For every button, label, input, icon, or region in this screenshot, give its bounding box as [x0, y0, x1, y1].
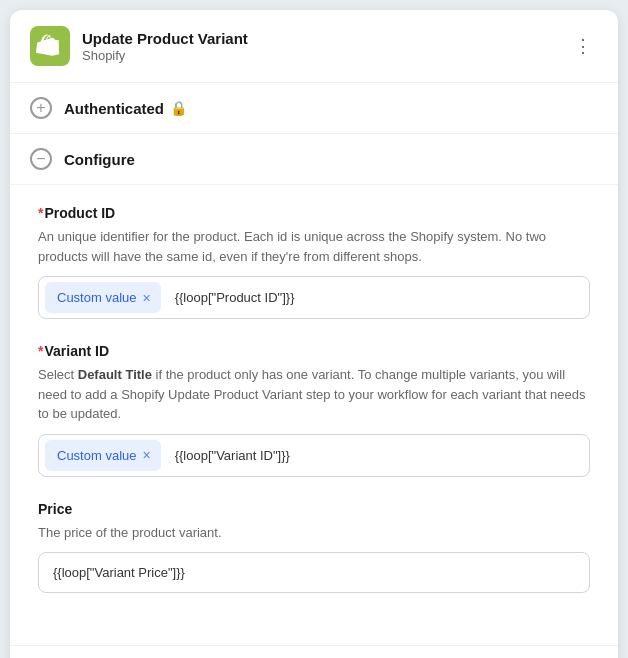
product-id-field-group: *Product ID An unique identifier for the…	[38, 205, 590, 319]
price-description: The price of the product variant.	[38, 523, 590, 543]
authenticated-label: Authenticated	[64, 100, 164, 117]
variant-id-description: Select Default Title if the product only…	[38, 365, 590, 424]
variant-id-input[interactable]: {{loop["Variant ID"]}}	[161, 438, 589, 473]
authenticated-expand-icon	[30, 97, 52, 119]
configure-label: Configure	[64, 151, 135, 168]
shopify-logo-icon: S	[30, 26, 70, 66]
variant-id-tag-label: Custom value	[57, 448, 136, 463]
header-subtitle: Shopify	[82, 48, 570, 63]
product-id-custom-value-tag[interactable]: Custom value ×	[45, 282, 161, 313]
header: S Update Product Variant Shopify ⋮	[10, 10, 618, 83]
header-title: Update Product Variant	[82, 30, 570, 47]
header-text: Update Product Variant Shopify	[82, 30, 570, 63]
product-id-input-row: Custom value × {{loop["Product ID"]}}	[38, 276, 590, 319]
variant-id-label: *Variant ID	[38, 343, 590, 359]
price-input[interactable]: {{loop["Variant Price"]}}	[38, 552, 590, 593]
product-id-label: *Product ID	[38, 205, 590, 221]
more-options-icon[interactable]: ⋮	[570, 31, 598, 61]
variant-id-custom-value-tag[interactable]: Custom value ×	[45, 440, 161, 471]
price-field-group: Price The price of the product variant. …	[38, 501, 590, 594]
main-card: S Update Product Variant Shopify ⋮ Authe…	[10, 10, 618, 658]
product-id-required-star: *	[38, 205, 43, 221]
price-label: Price	[38, 501, 590, 517]
product-id-tag-close[interactable]: ×	[142, 291, 150, 305]
authenticated-section[interactable]: Authenticated 🔒	[10, 83, 618, 134]
variant-id-required-star: *	[38, 343, 43, 359]
variant-id-tag-close[interactable]: ×	[142, 448, 150, 462]
variant-id-input-row: Custom value × {{loop["Variant ID"]}}	[38, 434, 590, 477]
variant-id-field-group: *Variant ID Select Default Title if the …	[38, 343, 590, 477]
configure-content: *Product ID An unique identifier for the…	[10, 185, 618, 637]
lock-icon: 🔒	[170, 100, 187, 116]
product-id-description: An unique identifier for the product. Ea…	[38, 227, 590, 266]
configure-collapse-icon	[30, 148, 52, 170]
configure-section[interactable]: Configure	[10, 134, 618, 185]
svg-text:S: S	[44, 36, 56, 56]
product-id-input[interactable]: {{loop["Product ID"]}}	[161, 280, 589, 315]
product-id-tag-label: Custom value	[57, 290, 136, 305]
footer: More options Done	[10, 645, 618, 658]
